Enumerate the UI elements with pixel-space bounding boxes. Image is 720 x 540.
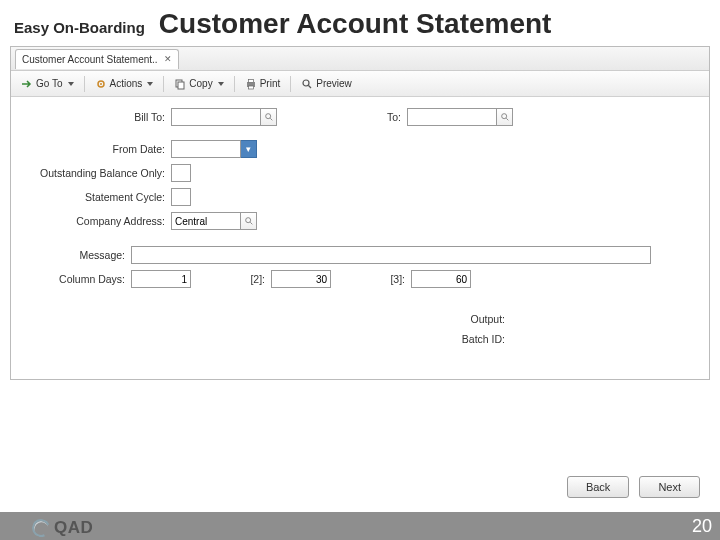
column-days-label: Column Days:	[31, 273, 131, 285]
svg-line-8	[309, 85, 312, 88]
preview-button[interactable]: Preview	[297, 76, 356, 92]
slide-title: Customer Account Statement	[159, 8, 552, 40]
statement-cycle-input[interactable]	[171, 188, 191, 206]
print-button[interactable]: Print	[241, 76, 285, 92]
svg-line-14	[250, 222, 252, 224]
svg-point-7	[303, 80, 309, 86]
app-window: Customer Account Statement.. ✕ Go To Act…	[10, 46, 710, 380]
to-label: To:	[277, 111, 407, 123]
print-label: Print	[260, 78, 281, 89]
goto-label: Go To	[36, 78, 63, 89]
tab-title: Customer Account Statement..	[22, 54, 158, 65]
back-button[interactable]: Back	[567, 476, 629, 498]
toolbar: Go To Actions Copy Print Preview	[11, 71, 709, 97]
column-days-2-input[interactable]	[271, 270, 331, 288]
footer: QAD 20	[0, 512, 720, 540]
calendar-icon[interactable]: ▾	[241, 140, 257, 158]
column-days-3-input[interactable]	[411, 270, 471, 288]
print-icon	[245, 78, 257, 90]
message-input[interactable]	[131, 246, 651, 264]
separator	[290, 76, 291, 92]
batch-id-label: Batch ID:	[451, 333, 511, 345]
close-icon[interactable]: ✕	[164, 54, 172, 64]
brand-logo: QAD	[32, 518, 93, 538]
bill-to-label: Bill To:	[31, 111, 171, 123]
svg-point-9	[265, 114, 270, 119]
to-input[interactable]	[407, 108, 497, 126]
outstanding-input[interactable]	[171, 164, 191, 182]
actions-label: Actions	[110, 78, 143, 89]
company-address-label: Company Address:	[31, 215, 171, 227]
company-address-input[interactable]	[171, 212, 241, 230]
goto-icon	[21, 78, 33, 90]
search-icon[interactable]	[497, 108, 513, 126]
search-icon[interactable]	[261, 108, 277, 126]
svg-rect-5	[248, 79, 253, 82]
next-button[interactable]: Next	[639, 476, 700, 498]
nav-buttons: Back Next	[567, 476, 700, 498]
outstanding-label: Outstanding Balance Only:	[31, 167, 171, 179]
page-number: 20	[692, 516, 712, 537]
copy-button[interactable]: Copy	[170, 76, 227, 92]
chevron-down-icon	[218, 82, 224, 86]
svg-line-12	[506, 118, 508, 120]
chevron-down-icon	[147, 82, 153, 86]
output-block: Output: Batch ID:	[451, 309, 689, 349]
svg-point-11	[501, 114, 506, 119]
separator	[84, 76, 85, 92]
bill-to-input[interactable]	[171, 108, 261, 126]
svg-rect-6	[248, 86, 253, 89]
form-area: Bill To: To: From Date: ▾ Outstanding Ba…	[11, 97, 709, 379]
copy-icon	[174, 78, 186, 90]
output-label: Output:	[451, 313, 511, 325]
svg-point-1	[100, 83, 102, 85]
chevron-down-icon	[68, 82, 74, 86]
column-days-1-input[interactable]	[131, 270, 191, 288]
brand-text: QAD	[54, 518, 93, 538]
search-icon[interactable]	[241, 212, 257, 230]
gear-icon	[95, 78, 107, 90]
svg-rect-3	[178, 82, 184, 89]
preview-label: Preview	[316, 78, 352, 89]
tab-bar: Customer Account Statement.. ✕	[11, 47, 709, 71]
col3-label: [3]:	[331, 273, 411, 285]
window-tab[interactable]: Customer Account Statement.. ✕	[15, 49, 179, 69]
preview-icon	[301, 78, 313, 90]
slide-header: Easy On-Boarding Customer Account Statem…	[0, 0, 720, 46]
separator	[163, 76, 164, 92]
copy-label: Copy	[189, 78, 212, 89]
from-date-label: From Date:	[31, 143, 171, 155]
statement-cycle-label: Statement Cycle:	[31, 191, 171, 203]
actions-button[interactable]: Actions	[91, 76, 158, 92]
goto-button[interactable]: Go To	[17, 76, 78, 92]
col2-label: [2]:	[191, 273, 271, 285]
svg-line-10	[270, 118, 272, 120]
slide-subheader: Easy On-Boarding	[14, 19, 145, 36]
from-date-input[interactable]	[171, 140, 241, 158]
separator	[234, 76, 235, 92]
logo-icon	[29, 516, 52, 539]
message-label: Message:	[31, 249, 131, 261]
svg-point-13	[245, 218, 250, 223]
